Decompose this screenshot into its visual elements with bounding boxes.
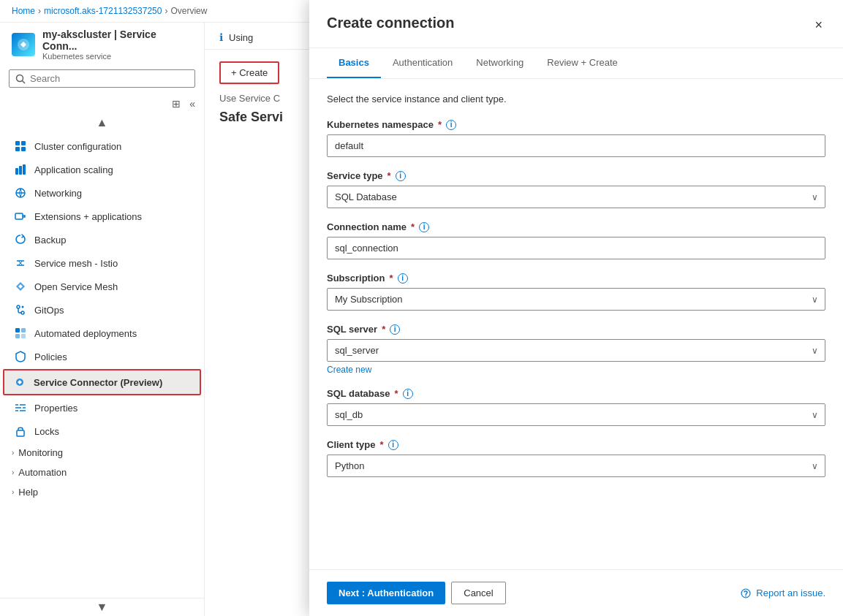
sidebar-group-help[interactable]: › Help xyxy=(0,482,204,502)
svg-rect-19 xyxy=(15,328,20,332)
sidebar-item-label: Application scaling xyxy=(34,164,113,175)
tab-networking[interactable]: Networking xyxy=(464,48,535,78)
connection-name-group: Connection name * i xyxy=(327,221,825,259)
cluster-config-icon xyxy=(14,140,27,153)
client-type-label: Client type * i xyxy=(327,439,825,450)
sidebar-item-automated-deployments[interactable]: Automated deployments xyxy=(0,322,204,345)
subscription-info[interactable]: i xyxy=(398,273,408,284)
tab-authentication[interactable]: Authentication xyxy=(381,48,464,78)
resource-subtitle: Kubernetes service xyxy=(42,52,192,61)
sql-server-select[interactable]: sql_server xyxy=(327,339,825,362)
app-scaling-icon xyxy=(14,163,27,176)
sql-database-select[interactable]: sql_db xyxy=(327,403,825,426)
panel-tabs: Basics Authentication Networking Review … xyxy=(309,48,843,79)
report-issue-text: Report an issue. xyxy=(756,588,825,598)
content-info-text: Using xyxy=(229,32,253,43)
k8s-namespace-input[interactable] xyxy=(327,134,825,157)
required-star: * xyxy=(438,119,442,130)
pin-button[interactable]: ⊞ xyxy=(169,95,184,113)
subscription-group: Subscription * i My Subscription ∨ xyxy=(327,273,825,311)
connection-name-input[interactable] xyxy=(327,237,825,259)
panel-body: Select the service instance and client t… xyxy=(309,79,843,569)
monitoring-label: Monitoring xyxy=(18,447,63,458)
policies-icon xyxy=(14,350,27,363)
sidebar-item-label: GitOps xyxy=(34,305,64,316)
sidebar-group-monitoring[interactable]: › Monitoring xyxy=(0,443,204,463)
next-button[interactable]: Next : Authentication xyxy=(327,582,445,604)
report-issue-link[interactable]: Report an issue. xyxy=(740,588,825,599)
sidebar-item-app-scaling[interactable]: Application scaling xyxy=(0,158,204,181)
sidebar-item-label: Policies xyxy=(34,351,67,362)
service-type-select-wrapper: SQL Database Storage Cosmos DB Key Vault… xyxy=(327,186,825,208)
sidebar-item-cluster-config[interactable]: Cluster configuration xyxy=(0,134,204,158)
svg-rect-3 xyxy=(15,141,20,145)
sidebar-item-label: Properties xyxy=(34,403,78,414)
properties-icon xyxy=(14,401,27,414)
automation-label: Automation xyxy=(18,467,67,478)
tab-review-create[interactable]: Review + Create xyxy=(535,48,629,78)
search-icon xyxy=(15,74,26,84)
service-type-info[interactable]: i xyxy=(396,171,406,181)
scroll-down-arrow[interactable]: ▼ xyxy=(0,598,204,616)
connection-name-info[interactable]: i xyxy=(419,222,429,232)
client-type-select[interactable]: Python Java Node.js .NET Go None xyxy=(327,455,825,477)
sql-server-select-wrapper: sql_server ∨ xyxy=(327,339,825,362)
resource-info: my-akscluster | Service Conn... Kubernet… xyxy=(42,28,192,61)
svg-rect-30 xyxy=(17,430,24,436)
breadcrumb-resource[interactable]: microsoft.aks-1721132537250 xyxy=(44,6,162,16)
sidebar-item-extensions[interactable]: Extensions + applications xyxy=(0,205,204,228)
sidebar-item-label: Networking xyxy=(34,188,82,199)
create-button[interactable]: + Create xyxy=(219,61,279,84)
sidebar-item-networking[interactable]: Networking xyxy=(0,181,204,205)
svg-rect-4 xyxy=(21,141,26,145)
sql-server-info[interactable]: i xyxy=(390,324,400,335)
sidebar-group-automation[interactable]: › Automation xyxy=(0,463,204,482)
svg-point-16 xyxy=(21,311,24,314)
svg-rect-22 xyxy=(21,334,26,338)
networking-icon xyxy=(14,186,27,199)
sidebar-item-label: Locks xyxy=(34,426,59,437)
panel-close-button[interactable]: × xyxy=(812,15,825,36)
sidebar-item-service-connector[interactable]: Service Connector (Preview) xyxy=(3,369,201,395)
svg-rect-7 xyxy=(15,168,18,175)
sidebar-item-service-mesh[interactable]: Service mesh - Istio xyxy=(0,251,204,275)
sql-database-label: SQL database * i xyxy=(327,388,825,399)
sidebar-item-properties[interactable]: Properties xyxy=(0,396,204,419)
create-new-server-link[interactable]: Create new xyxy=(327,365,825,375)
sidebar-item-gitops[interactable]: GitOps xyxy=(0,298,204,322)
cancel-button[interactable]: Cancel xyxy=(451,582,505,604)
sidebar-item-open-service-mesh[interactable]: Open Service Mesh xyxy=(0,275,204,298)
required-star: * xyxy=(394,388,398,399)
svg-rect-12 xyxy=(15,213,23,219)
subscription-select[interactable]: My Subscription xyxy=(327,288,825,311)
panel-title: Create connection xyxy=(327,15,454,31)
footer-actions: Next : Authentication Cancel xyxy=(327,582,506,604)
sidebar-item-locks[interactable]: Locks xyxy=(0,419,204,443)
sql-database-select-wrapper: sql_db ∨ xyxy=(327,403,825,426)
scroll-up-arrow[interactable]: ▲ xyxy=(92,114,113,132)
sql-server-group: SQL server * i sql_server ∨ Create new xyxy=(327,324,825,375)
tab-basics[interactable]: Basics xyxy=(327,48,381,78)
required-star: * xyxy=(389,273,393,284)
search-input[interactable] xyxy=(30,73,189,84)
automation-chevron: › xyxy=(12,468,14,476)
sidebar-item-backup[interactable]: Backup xyxy=(0,228,204,251)
k8s-namespace-group: Kubernetes namespace * i xyxy=(327,119,825,157)
connection-name-label: Connection name * i xyxy=(327,221,825,232)
svg-rect-9 xyxy=(23,164,26,175)
breadcrumb-home[interactable]: Home xyxy=(12,6,35,16)
k8s-namespace-label: Kubernetes namespace * i xyxy=(327,119,825,130)
sql-database-info[interactable]: i xyxy=(403,389,413,399)
breadcrumb-page: Overview xyxy=(170,6,207,16)
client-type-info[interactable]: i xyxy=(388,440,398,450)
create-connection-panel: Create connection × Basics Authenticatio… xyxy=(309,0,843,616)
sidebar-item-label: Cluster configuration xyxy=(34,141,121,152)
k8s-namespace-info[interactable]: i xyxy=(446,120,456,130)
svg-point-15 xyxy=(17,305,20,308)
collapse-button[interactable]: « xyxy=(186,95,198,113)
sidebar-item-label: Open Service Mesh xyxy=(34,281,118,292)
gitops-icon xyxy=(14,303,27,316)
service-type-select[interactable]: SQL Database Storage Cosmos DB Key Vault xyxy=(327,186,825,208)
sidebar-item-policies[interactable]: Policies xyxy=(0,345,204,368)
sidebar-actions: ⊞ « xyxy=(0,94,204,114)
